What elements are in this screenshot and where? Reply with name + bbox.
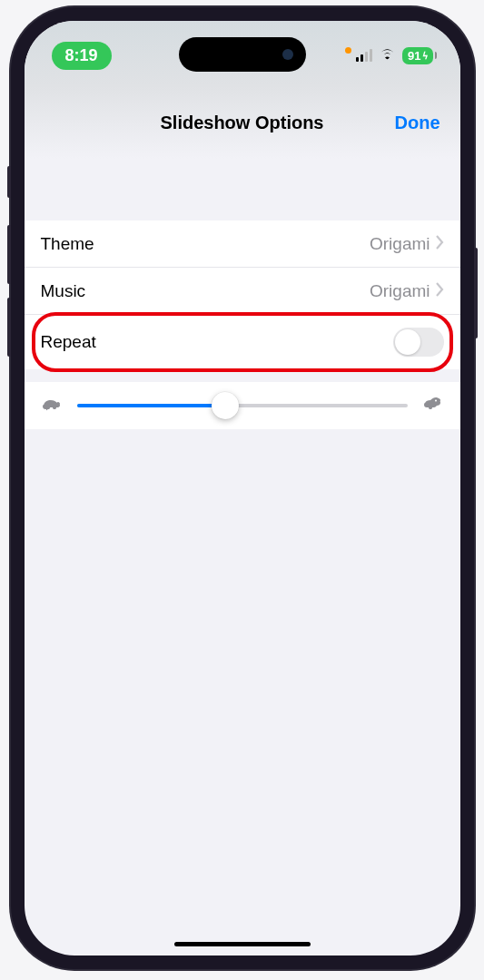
time-indicator[interactable]: 8:19 — [52, 42, 112, 70]
music-value: Origami — [370, 281, 430, 301]
repeat-toggle[interactable] — [393, 328, 444, 357]
hare-icon — [419, 395, 444, 416]
tortoise-icon — [41, 395, 66, 416]
music-row[interactable]: Music Origami — [25, 268, 460, 315]
chevron-right-icon — [436, 282, 444, 300]
music-label: Music — [41, 281, 86, 301]
status-icons: 91ϟ — [345, 47, 432, 64]
theme-row[interactable]: Theme Origami — [25, 220, 460, 268]
volume-up-button — [7, 225, 11, 284]
front-camera — [282, 49, 293, 60]
battery-percent: 91 — [408, 49, 420, 63]
home-indicator[interactable] — [174, 942, 311, 946]
theme-value: Origami — [370, 234, 430, 254]
silence-switch — [7, 166, 11, 198]
page-title: Slideshow Options — [160, 113, 323, 133]
dynamic-island — [179, 37, 306, 72]
phone-frame: 8:19 91ϟ Slideshow Options Done — [11, 7, 474, 969]
theme-label: Theme — [41, 234, 94, 254]
done-button[interactable]: Done — [395, 113, 440, 133]
toggle-knob — [395, 329, 420, 355]
wifi-icon — [379, 47, 396, 64]
settings-list: Theme Origami Music Origami — [25, 220, 460, 369]
speed-slider-row — [25, 382, 460, 429]
theme-value-group: Origami — [370, 234, 444, 254]
navigation-header: Slideshow Options Done — [25, 86, 460, 159]
repeat-row: Repeat — [25, 315, 460, 369]
mic-indicator-icon — [345, 47, 351, 54]
chevron-right-icon — [436, 235, 444, 253]
content-area: Theme Origami Music Origami — [25, 220, 460, 429]
repeat-label: Repeat — [41, 332, 96, 352]
side-button — [474, 248, 478, 338]
speed-slider[interactable] — [77, 404, 408, 407]
slider-thumb[interactable] — [212, 392, 239, 419]
screen: 8:19 91ϟ Slideshow Options Done — [25, 21, 460, 956]
music-value-group: Origami — [370, 281, 444, 301]
volume-down-button — [7, 298, 11, 357]
cellular-signal-icon — [356, 49, 372, 62]
charging-icon: ϟ — [422, 51, 429, 61]
slider-fill — [77, 404, 226, 407]
battery-indicator: 91ϟ — [402, 47, 432, 64]
